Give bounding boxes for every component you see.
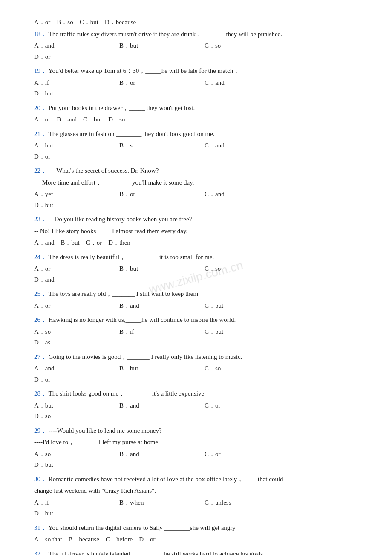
question-23-text2: -- No! I like story books ____ I almost … bbox=[34, 226, 358, 237]
question-25-text: 25． The toys are really old，_______ I st… bbox=[34, 289, 358, 300]
question-24-options: A．or B．but C．so D．and bbox=[34, 263, 358, 285]
question-29-text2: ----I'd love to，_______ I left my purse … bbox=[34, 437, 358, 448]
question-21-options: A．but B．so C．and D．or bbox=[34, 140, 358, 162]
top-options-line: A．or B．so C．but D．because bbox=[34, 17, 358, 28]
question-25-options: A．or B．and C．but bbox=[34, 301, 358, 312]
question-26-options: A．so B．if C．but D．as bbox=[34, 327, 358, 348]
question-30-text2: change last weekend with "Crazy Rich Asi… bbox=[34, 486, 358, 497]
question-19-options: A．if B．or C．and D．but bbox=[34, 78, 358, 99]
question-22-text2: ― More time and effort，_________ you'll … bbox=[34, 177, 358, 188]
question-30-options: A．if B．when C．unless D．but bbox=[34, 497, 358, 519]
question-27-options: A．and B．but C．so D．or bbox=[34, 363, 358, 385]
question-28-text: 28． The shirt looks good on me，________ … bbox=[34, 388, 358, 399]
question-23-options: A．and B．but C．or D．then bbox=[34, 237, 358, 249]
question-21-text: 21． The glasses are in fashion ________ … bbox=[34, 129, 358, 140]
question-26-text: 26． Hawking is no longer with us,_____he… bbox=[34, 315, 358, 326]
question-27-text: 27． Going to the movies is good，_______ … bbox=[34, 352, 358, 363]
question-23-text1: 23． -- Do you like reading history books… bbox=[34, 214, 358, 225]
question-29-options: A．so B．and C．or D．but bbox=[34, 449, 358, 471]
question-22-options: A．yet B．or C．and D．but bbox=[34, 189, 358, 211]
question-31-options: A．so that B．because C．before D．or bbox=[34, 534, 358, 545]
question-18-options: A．and B．but C．so D．or bbox=[34, 40, 358, 62]
question-19-text: 19． You'd better wake up Tom at 6：30，___… bbox=[34, 66, 358, 77]
question-28-options: A．but B．and C．or D．so bbox=[34, 400, 358, 422]
question-18-text: 18． The traffic rules say divers mustn't… bbox=[34, 29, 358, 40]
question-22-text1: 22． ― What's the secret of success, Dr. … bbox=[34, 165, 358, 176]
question-20-options: A．or B．and C．but D．so bbox=[34, 114, 358, 125]
question-31-text: 31． You should return the digital camera… bbox=[34, 523, 358, 534]
question-30-text: 30． Romantic comedies have not received … bbox=[34, 474, 358, 485]
question-20-text: 20． Put your books in the drawer，_____ t… bbox=[34, 103, 358, 114]
question-24-text: 24． The dress is really beautiful，______… bbox=[34, 252, 358, 263]
question-29-text1: 29． ----Would you like to lend me some m… bbox=[34, 425, 358, 436]
question-32-text: 32． The F1 driver is hugely talented，___… bbox=[34, 549, 358, 555]
content: A．or B．so C．but D．because 18． The traffi… bbox=[34, 17, 358, 555]
